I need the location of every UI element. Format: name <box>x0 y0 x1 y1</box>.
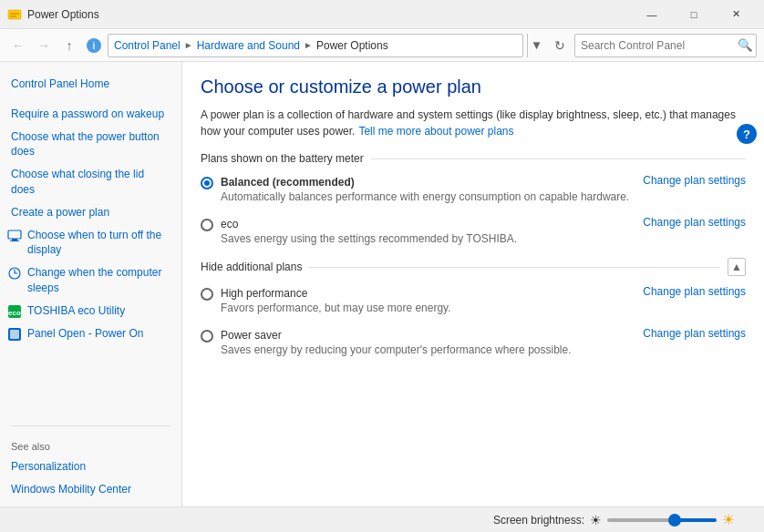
radio-high-performance[interactable] <box>201 288 213 301</box>
change-plan-hp-link[interactable]: Change plan settings <box>643 285 746 298</box>
svg-rect-4 <box>12 239 17 240</box>
sidebar-item-label: Choose when to turn off the display <box>27 228 174 259</box>
maximize-button[interactable]: □ <box>673 0 715 29</box>
sidebar-item-create-power-plan[interactable]: Create a power plan <box>0 201 181 224</box>
sidebar-item-label: Panel Open - Power On <box>27 326 143 342</box>
svg-text:i: i <box>93 41 96 51</box>
plan-ps-name: Power saver <box>221 329 643 342</box>
sidebar-item-label: TOSHIBA eco Utility <box>27 303 125 319</box>
svg-rect-5 <box>10 240 19 241</box>
plan-hp-name: High performance <box>221 287 643 300</box>
brightness-control: Screen brightness: ☀ ☀ <box>493 511 735 528</box>
content-area: Choose or customize a power plan A power… <box>182 62 764 506</box>
plan-ps-desc: Saves energy by reducing your computer's… <box>221 343 643 356</box>
breadcrumb-control-panel[interactable]: Control Panel <box>114 39 181 52</box>
title-bar: Power Options — □ ✕ <box>0 0 764 29</box>
breadcrumb-current: Power Options <box>316 39 388 52</box>
see-also-label: See also <box>0 434 181 455</box>
minimize-button[interactable]: — <box>631 0 673 29</box>
plan-eco-name: eco <box>221 218 643 230</box>
sidebar-item-computer-sleeps[interactable]: Change when the computer sleeps <box>0 261 181 300</box>
address-dropdown[interactable]: ▼ <box>527 34 545 57</box>
eco-icon: eco <box>7 304 22 319</box>
sidebar-item-control-panel-home[interactable]: Control Panel Home <box>0 73 181 96</box>
sleep-icon <box>7 266 22 281</box>
help-button[interactable]: ? <box>737 124 757 144</box>
radio-eco[interactable] <box>201 219 213 231</box>
change-plan-eco-link[interactable]: Change plan settings <box>643 216 746 229</box>
window-icon <box>7 7 22 22</box>
sidebar-item-closing-lid[interactable]: Choose what closing the lid does <box>0 163 181 201</box>
radio-balanced[interactable] <box>201 177 213 189</box>
page-title: Choose or customize a power plan <box>201 77 746 97</box>
sidebar: Control Panel Home Require a password on… <box>0 62 182 506</box>
brightness-sun-low-icon: ☀ <box>590 513 602 527</box>
search-button[interactable]: 🔍 <box>738 38 753 52</box>
brightness-slider-track[interactable] <box>607 518 717 522</box>
search-input[interactable] <box>574 34 757 57</box>
battery-section-divider: Plans shown on the battery meter <box>201 152 746 165</box>
plan-hp-desc: Favors performance, but may use more ene… <box>221 302 643 314</box>
forward-button[interactable]: → <box>33 35 55 56</box>
plan-power-saver: Power saver Saves energy by reducing you… <box>201 327 746 356</box>
collapse-button[interactable]: ▲ <box>728 258 746 276</box>
back-button[interactable]: ← <box>7 35 29 56</box>
hide-section-label: Hide additional plans <box>201 261 302 273</box>
sidebar-item-power-button[interactable]: Choose what the power button does <box>0 126 181 164</box>
brightness-label: Screen brightness: <box>493 514 584 527</box>
radio-power-saver[interactable] <box>201 330 213 343</box>
hide-additional-section: Hide additional plans ▲ <box>201 258 746 276</box>
change-plan-ps-link[interactable]: Change plan settings <box>643 327 746 340</box>
plan-high-performance: High performance Favors performance, but… <box>201 285 746 314</box>
sidebar-item-turn-off-display[interactable]: Choose when to turn off the display <box>0 224 181 262</box>
plan-balanced-desc: Automatically balances performance with … <box>221 190 643 203</box>
sidebar-item-panel-open[interactable]: Panel Open - Power On <box>0 322 181 345</box>
plan-balanced: Balanced (recommended) Automatically bal… <box>201 174 746 203</box>
display-icon <box>7 229 22 243</box>
breadcrumb-bar: Control Panel ► Hardware and Sound ► Pow… <box>108 34 523 57</box>
brightness-sun-high-icon: ☀ <box>722 511 735 528</box>
sidebar-item-label: Change when the computer sleeps <box>27 265 174 296</box>
sidebar-item-toshiba-eco[interactable]: eco TOSHIBA eco Utility <box>0 300 181 322</box>
panel-icon <box>7 327 22 342</box>
sidebar-item-require-password[interactable]: Require a password on wakeup <box>0 103 181 126</box>
svg-rect-10 <box>10 330 19 339</box>
up-button[interactable]: ↑ <box>58 35 80 56</box>
main-window: Control Panel Home Require a password on… <box>0 62 764 506</box>
close-button[interactable]: ✕ <box>715 0 757 29</box>
sidebar-item-user-accounts[interactable]: User Accounts <box>0 500 181 506</box>
plan-eco-desc: Saves energy using the settings recommen… <box>221 232 643 245</box>
breadcrumb-hardware-sound[interactable]: Hardware and Sound <box>197 39 300 52</box>
sidebar-item-personalization[interactable]: Personalization <box>0 455 181 478</box>
sidebar-divider <box>11 425 170 426</box>
plan-balanced-name: Balanced (recommended) <box>221 176 643 189</box>
svg-rect-0 <box>8 10 21 19</box>
window-controls: — □ ✕ <box>631 0 757 29</box>
change-plan-balanced-link[interactable]: Change plan settings <box>643 174 746 187</box>
learn-more-link[interactable]: Tell me more about power plans <box>358 125 513 138</box>
plan-eco: eco Saves energy using the settings reco… <box>201 216 746 245</box>
address-bar: ← → ↑ i Control Panel ► Hardware and Sou… <box>0 29 764 62</box>
status-bar: Screen brightness: ☀ ☀ <box>0 506 764 532</box>
sidebar-item-windows-mobility[interactable]: Windows Mobility Center <box>0 478 181 501</box>
svg-text:eco: eco <box>8 309 21 317</box>
svg-rect-3 <box>8 230 21 239</box>
refresh-button[interactable]: ↻ <box>549 35 571 56</box>
window-title: Power Options <box>27 8 631 21</box>
search-container: 🔍 <box>574 34 757 57</box>
slider-thumb[interactable] <box>668 514 681 527</box>
battery-section-label: Plans shown on the battery meter <box>201 152 364 165</box>
page-description: A power plan is a collection of hardware… <box>201 107 746 139</box>
